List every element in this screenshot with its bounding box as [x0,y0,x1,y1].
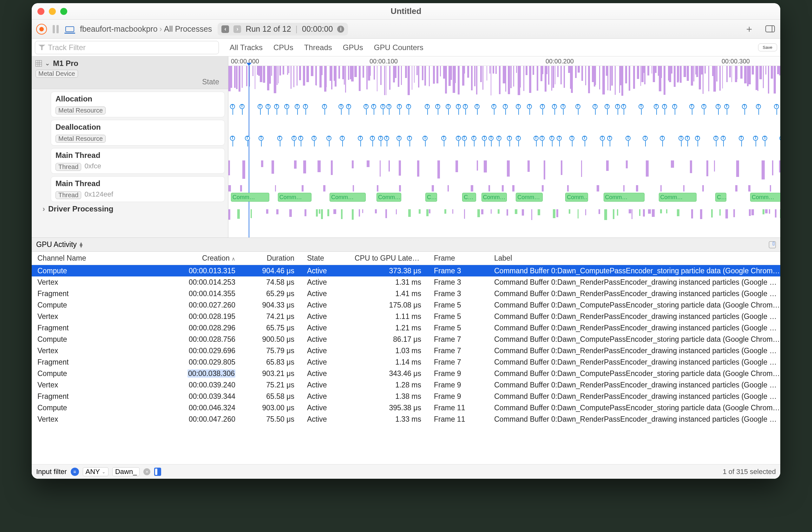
col-creation[interactable]: Creation∧ [143,254,242,263]
table-row[interactable]: Compute00:00.028.756900.50 μsActive86.17… [32,334,780,345]
col-frame[interactable]: Frame [428,254,489,263]
ruler-tick: 00:00.100 [369,58,398,65]
chevron-right-icon: › [43,205,45,213]
track-driver-processing[interactable]: › Driver Processing [43,205,224,213]
table-row[interactable]: Fragment00:00.014.35565.29 μsActive1.41 … [32,288,780,299]
tab-all-tracks[interactable]: All Tracks [230,43,263,52]
table-header: Channel Name Creation∧ Duration State CP… [32,252,780,265]
add-track-button[interactable]: ＋ [743,23,755,35]
col-state[interactable]: State [301,254,349,263]
table-row[interactable]: Fragment00:00.029.80565.83 μsActive1.14 … [32,356,780,368]
track-title: Allocation [56,94,220,103]
table-row[interactable]: Compute00:00.038.306903.21 μsActive343.4… [32,368,780,379]
track-badge: Metal Resource [56,135,106,143]
ruler-tick: 00:00.300 [722,58,750,65]
col-label[interactable]: Label [489,254,780,263]
selection-count: 1 of 315 selected [723,468,776,476]
device-header[interactable]: ⌄ M1 Pro Metal Device State [32,56,228,89]
tracks-sidebar: ⌄ M1 Pro Metal Device State Allocation M… [32,56,228,237]
track-title: Main Thread [56,151,220,160]
tab-gpus[interactable]: GPUs [343,43,363,52]
timeline-view[interactable]: 00:00.000 00:00.100 00:00.200 00:00.300 … [228,56,780,237]
track-title: Main Thread [56,179,220,188]
traffic-lights [38,8,67,15]
table-row[interactable]: Vertex00:00.029.69675.79 μsActive1.03 ms… [32,345,780,356]
up-down-icon: ▲▼ [79,242,84,248]
breadcrumb-separator: › [160,25,162,34]
column-toggle-button[interactable] [154,468,161,476]
time-ruler[interactable]: 00:00.000 00:00.100 00:00.200 00:00.300 [228,56,780,66]
device-badge: Metal Device [35,70,78,78]
run-time: 00:00:00 [302,25,333,34]
table-row[interactable]: Vertex00:00.047.26075.50 μsActive1.33 ms… [32,413,780,425]
table-row[interactable]: Compute00:00.046.324903.00 μsActive395.3… [32,402,780,413]
prev-run-button[interactable]: ‹ [221,25,229,33]
next-run-button[interactable]: › [233,25,241,33]
track-filter-input[interactable]: Track Filter [35,41,219,54]
thread-id: 0xfce [84,162,101,170]
device-name: M1 Pro [53,59,78,68]
disclosure-icon[interactable]: ⌄ [45,60,50,67]
tab-gpu-counters[interactable]: GPU Counters [374,43,423,52]
track-allocation[interactable]: Allocation Metal Resource [51,92,225,117]
laptop-icon [66,26,74,32]
driver-label: Driver Processing [48,205,113,213]
breadcrumb-host: fbeaufort-macbookpro [80,25,158,34]
col-channel-name[interactable]: Channel Name [32,254,143,263]
titlebar: Untitled [32,3,780,20]
panel-type-label: GPU Activity [36,240,77,249]
track-title: Deallocation [56,123,220,132]
col-latency[interactable]: CPU to GPU Laten… [349,254,428,263]
track-badge: Thread [56,191,81,199]
state-header-label: State [35,78,224,86]
filter-scope-select[interactable]: ANY ⌄ [83,467,108,476]
input-filter-label: Input filter [36,468,67,476]
thread-id: 0x124eef [84,190,113,198]
table-row[interactable]: Vertex00:00.039.24075.21 μsActive1.28 ms… [32,379,780,390]
table-body[interactable]: Compute00:00.013.315904.46 μsActive373.3… [32,265,780,464]
ruler-tick: 00:00.200 [546,58,574,65]
save-button[interactable]: Save [758,43,777,51]
target-breadcrumb[interactable]: fbeaufort-macbookpro › All Processes [80,25,212,34]
fullscreen-window-button[interactable] [60,8,67,15]
table-row[interactable]: Fragment00:00.028.29665.75 μsActive1.21 … [32,322,780,334]
filter-token[interactable]: Dawn_ [112,467,140,476]
pause-button[interactable] [53,25,60,33]
run-selector: ‹ › Run 12 of 12 | 00:00:00 i [218,23,348,35]
col-duration[interactable]: Duration [242,254,301,263]
status-bar: Input filter ≡ ANY ⌄ Dawn_ × 1 of 315 se… [32,464,780,479]
track-deallocation[interactable]: Deallocation Metal Resource [51,120,225,146]
clear-filter-button[interactable]: × [143,468,150,475]
minimize-window-button[interactable] [49,8,56,15]
tab-threads[interactable]: Threads [304,43,332,52]
table-row[interactable]: Compute00:00.013.315904.46 μsActive373.3… [32,265,780,277]
track-main-thread-1[interactable]: Main Thread Thread 0xfce [51,148,225,174]
timeline-canvas: Comm…Comm…Comm…Comm…C…C…Comm…Comm…Comm…C… [228,66,780,237]
table-row[interactable]: Vertex00:00.028.19574.21 μsActive1.11 ms… [32,311,780,322]
table-row[interactable]: Vertex00:00.014.25374.58 μsActive1.31 ms… [32,277,780,288]
record-button[interactable] [36,24,47,34]
tab-cpus[interactable]: CPUs [273,43,293,52]
track-badge: Metal Resource [56,106,106,115]
panel-options-button[interactable] [769,241,776,248]
table-row[interactable]: Fragment00:00.039.34465.58 μsActive1.38 … [32,390,780,402]
window-title: Untitled [32,6,780,16]
table-row[interactable]: Compute00:00.027.260904.33 μsActive175.0… [32,299,780,311]
funnel-icon [38,44,45,51]
filter-row: Track Filter All Tracks CPUs Threads GPU… [32,39,780,56]
track-badge: Thread [56,163,81,171]
track-main-thread-2[interactable]: Main Thread Thread 0x124eef [51,176,225,202]
breadcrumb-process: All Processes [164,25,212,34]
grid-icon [35,60,42,66]
ruler-tick: 00:00.000 [231,58,259,65]
track-filter-placeholder: Track Filter [48,43,86,52]
bottom-panel-selector[interactable]: GPU Activity ▲▼ [32,238,780,252]
view-tabs: All Tracks CPUs Threads GPUs GPU Counter… [230,43,423,52]
run-info-button[interactable]: i [337,26,344,33]
toolbar: fbeaufort-macbookpro › All Processes ‹ ›… [32,20,780,39]
toggle-inspector-button[interactable] [765,24,776,34]
filter-icon[interactable]: ≡ [71,468,79,476]
run-label: Run 12 of 12 [246,25,291,34]
close-window-button[interactable] [38,8,44,15]
app-window: Untitled fbeaufort-macbookpro › All Proc… [32,3,780,479]
